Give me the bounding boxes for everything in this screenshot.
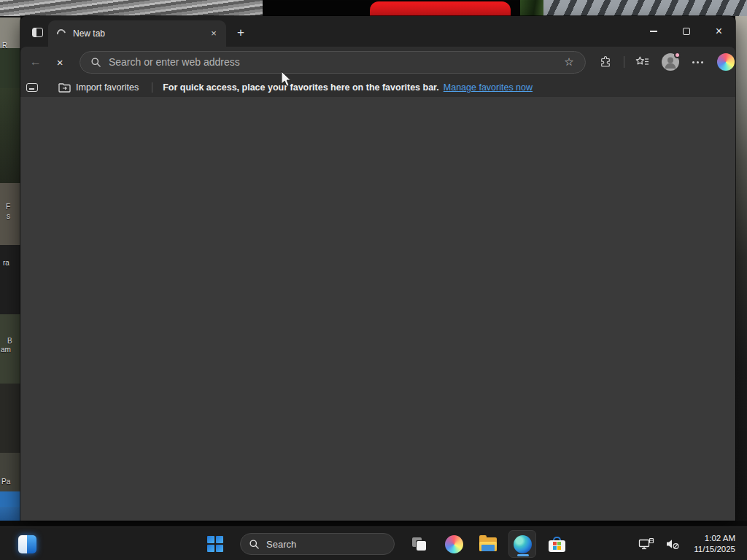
tab-loading-spinner-icon (55, 28, 68, 40)
file-explorer-button[interactable] (474, 530, 502, 558)
active-app-indicator (517, 554, 529, 556)
edge-icon (514, 535, 532, 553)
desktop-icon-label-fragment: R (2, 42, 7, 50)
favorites-star-list-icon (635, 56, 649, 68)
clock-date: 11/15/2025 (694, 544, 735, 555)
taskbar-search-box[interactable]: Search (240, 533, 395, 555)
import-favorites-label: Import favorites (76, 82, 139, 93)
copilot-taskbar-button[interactable] (440, 530, 468, 558)
ellipsis-icon (692, 61, 703, 63)
settings-more-button[interactable] (689, 52, 708, 71)
windows-logo-icon (207, 536, 223, 552)
desktop-icon-label-fragment: am (1, 346, 11, 354)
volume-tray-button[interactable] (663, 530, 682, 558)
maximize-icon (683, 28, 690, 35)
minimize-icon (650, 31, 657, 32)
desktop-icon-label-fragment: B (7, 337, 12, 345)
taskbar-clock[interactable]: 1:02 AM 11/15/2025 (689, 530, 740, 558)
profile-button[interactable] (661, 52, 680, 71)
toolbar-right-icons (596, 52, 735, 71)
microsoft-store-icon (549, 537, 565, 552)
minimize-button[interactable] (637, 16, 670, 47)
copilot-icon (445, 535, 463, 553)
task-view-icon (412, 537, 427, 551)
close-icon: × (716, 25, 722, 38)
wallpaper-foliage (520, 0, 543, 16)
page-content-area[interactable] (20, 97, 735, 521)
mouse-cursor (281, 71, 293, 88)
maximize-button[interactable] (670, 16, 703, 47)
copilot-icon (717, 53, 735, 71)
search-icon (249, 539, 260, 550)
desktop-wallpaper-top-strip (0, 0, 747, 16)
file-explorer-icon (479, 537, 497, 551)
edge-browser-button-active[interactable] (508, 530, 536, 558)
network-tray-button[interactable] (637, 530, 656, 558)
microsoft-store-button[interactable] (543, 530, 570, 558)
import-folder-icon (58, 82, 71, 93)
favorites-bar-message: For quick access, place your favorites h… (163, 82, 439, 93)
profile-notification-dot (674, 52, 681, 58)
toolbar-divider (624, 56, 624, 68)
desktop-icon-label-fragment: F (6, 203, 10, 211)
wallpaper-red-object (370, 1, 511, 16)
profile-avatar (662, 53, 679, 71)
puzzle-icon (599, 55, 612, 69)
tab-title: New tab (73, 28, 207, 39)
tab-actions-menu-button[interactable] (26, 23, 48, 42)
tab-new-tab[interactable]: New tab × (48, 20, 226, 47)
taskbar-search-label: Search (266, 539, 296, 550)
widgets-button[interactable] (13, 530, 41, 558)
copilot-button[interactable] (716, 52, 735, 71)
desktop-icon-label-fragment: Pa (1, 478, 10, 486)
widgets-icon (18, 535, 36, 553)
add-favorite-star-icon[interactable]: ☆ (560, 55, 578, 69)
desktop-wallpaper-bottom-sliver (0, 521, 747, 526)
stop-loading-button[interactable]: × (49, 51, 70, 73)
extensions-button[interactable] (596, 52, 615, 71)
manage-favorites-link[interactable]: Manage favorites now (444, 82, 533, 93)
address-bar[interactable]: ☆ (80, 51, 586, 74)
volume-muted-icon (665, 537, 680, 551)
ethernet-network-icon (638, 537, 654, 551)
close-button[interactable]: × (703, 16, 735, 47)
new-tab-button[interactable]: + (232, 25, 249, 41)
desktop-wallpaper-left-strip: R F s ra B am Pa (0, 16, 20, 526)
taskbar: Search (0, 526, 747, 560)
browser-toolbar: ← × ☆ (20, 47, 735, 77)
window-controls: × (637, 16, 735, 47)
tab-bar: New tab × + × (20, 16, 735, 47)
address-input[interactable] (109, 56, 560, 68)
search-icon (90, 57, 101, 68)
wallpaper-roof-slats (543, 0, 747, 16)
import-favorites-button[interactable]: Import favorites (54, 80, 143, 95)
back-button[interactable]: ← (25, 51, 46, 73)
tab-actions-icon (32, 28, 43, 37)
desktop-wallpaper-right-strip (735, 16, 747, 526)
favorites-button[interactable] (633, 52, 652, 71)
tab-close-button[interactable]: × (207, 27, 220, 40)
task-view-button[interactable] (406, 530, 433, 558)
wallpaper-metal-roof (0, 0, 263, 16)
favorites-bar: Import favorites For quick access, place… (20, 77, 735, 97)
start-button[interactable] (201, 530, 229, 558)
favorites-bar-screen-icon[interactable] (26, 83, 38, 92)
desktop-icon-label-fragment: ra (3, 259, 9, 267)
clock-time: 1:02 AM (694, 533, 735, 544)
favorites-bar-divider (152, 82, 152, 93)
browser-window: New tab × + × ← × ☆ (20, 16, 735, 521)
desktop-icon-label-fragment: s (7, 212, 10, 220)
